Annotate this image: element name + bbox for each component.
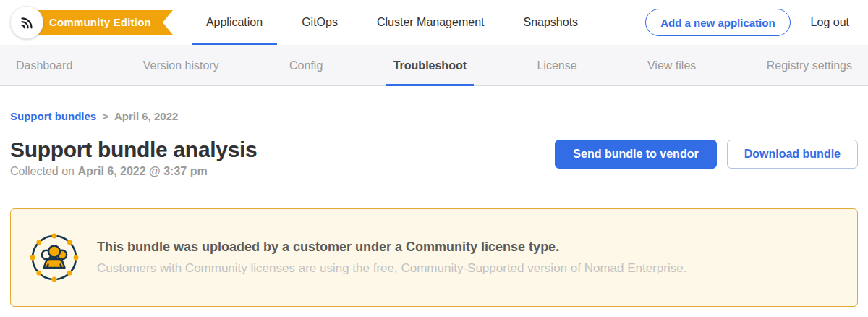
replicated-logo-icon[interactable] <box>10 6 43 39</box>
alert-text: This bundle was uploaded by a customer u… <box>97 240 686 276</box>
breadcrumb-current: April 6, 2022 <box>114 110 178 122</box>
subnav-item-config[interactable]: Config <box>282 45 330 85</box>
nav-item-cluster-management[interactable]: Cluster Management <box>362 0 499 45</box>
bundle-actions: Send bundle to vendor Download bundle <box>555 140 858 169</box>
send-bundle-to-vendor-button[interactable]: Send bundle to vendor <box>555 140 716 169</box>
collected-prefix: Collected on <box>10 165 77 177</box>
alert-description: Customers with Community licenses are us… <box>97 261 686 276</box>
app-sub-navigation: Dashboard Version history Config Trouble… <box>0 45 868 86</box>
logout-link[interactable]: Log out <box>811 16 849 29</box>
title-block: Support bundle analysis Collected on Apr… <box>10 137 257 178</box>
brand: Community Edition <box>10 6 173 39</box>
subnav-item-version-history[interactable]: Version history <box>136 45 226 85</box>
community-people-icon <box>30 233 79 282</box>
breadcrumb-separator: > <box>102 110 109 122</box>
page-title: Support bundle analysis <box>10 137 257 163</box>
collected-date: April 6, 2022 @ 3:37 pm <box>77 165 207 177</box>
community-license-alert: This bundle was uploaded by a customer u… <box>10 208 858 307</box>
download-bundle-button[interactable]: Download bundle <box>727 140 858 169</box>
alert-title: This bundle was uploaded by a customer u… <box>97 240 686 255</box>
breadcrumb-support-bundles-link[interactable]: Support bundles <box>10 110 96 122</box>
nav-item-gitops[interactable]: GitOps <box>287 0 352 45</box>
subnav-item-dashboard[interactable]: Dashboard <box>9 45 80 85</box>
subnav-item-license[interactable]: License <box>529 45 584 85</box>
add-new-application-button[interactable]: Add a new application <box>645 9 790 36</box>
main-nav: Application GitOps Cluster Management Sn… <box>192 0 603 45</box>
replicated-logo-glyph <box>17 13 36 32</box>
nav-item-snapshots[interactable]: Snapshots <box>509 0 592 45</box>
subnav-item-registry-settings[interactable]: Registry settings <box>760 45 859 85</box>
collected-timestamp: Collected on April 6, 2022 @ 3:37 pm <box>10 165 257 178</box>
community-edition-badge: Community Edition <box>35 10 173 35</box>
topnav-right: Add a new application Log out <box>645 9 849 36</box>
breadcrumb: Support bundles>April 6, 2022 <box>10 110 858 122</box>
nav-item-application[interactable]: Application <box>192 0 277 45</box>
top-navigation-bar: Community Edition Application GitOps Clu… <box>0 0 868 45</box>
subnav-item-view-files[interactable]: View files <box>640 45 703 85</box>
title-row: Support bundle analysis Collected on Apr… <box>10 137 858 178</box>
subnav-item-troubleshoot[interactable]: Troubleshoot <box>386 45 474 85</box>
main-content: Support bundles>April 6, 2022 Support bu… <box>0 110 868 307</box>
